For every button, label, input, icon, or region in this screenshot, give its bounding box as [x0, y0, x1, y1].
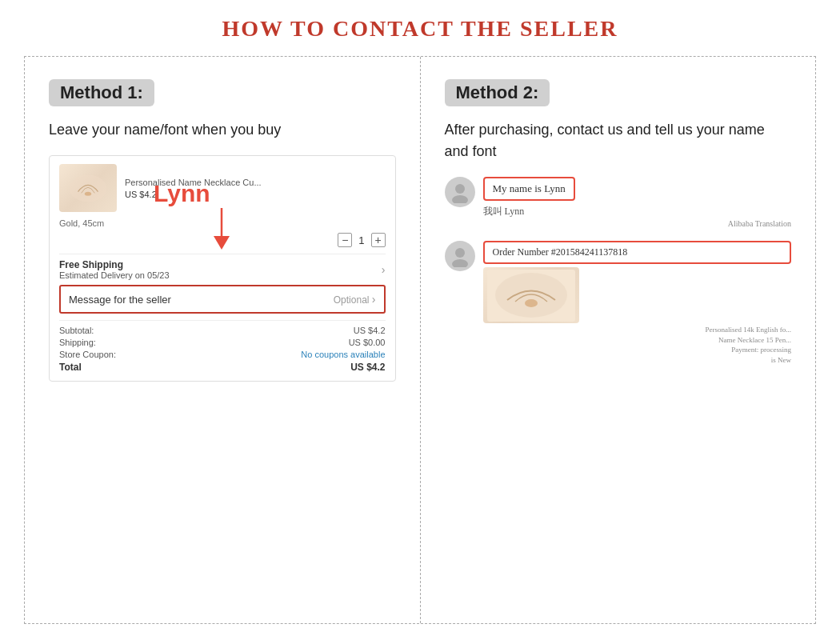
total-value: US $4.2 — [350, 362, 385, 373]
product-row: Personalised Name Necklace Cu... US $4.2 — [59, 164, 386, 212]
order-product-line-2: Name Necklace 15 Pen... — [483, 335, 792, 346]
order-product-line-4: is New — [483, 355, 792, 366]
method1-description: Leave your name/font when you buy — [49, 119, 396, 141]
chat-bubble-row-2: Order Number #201584241137818 Pe — [445, 241, 792, 365]
svg-point-4 — [455, 184, 465, 194]
order-product-image — [487, 270, 575, 322]
qty-number: 1 — [358, 234, 364, 246]
method2-description: After purchasing, contact us and tell us… — [445, 119, 792, 162]
svg-point-7 — [452, 259, 468, 267]
method2-column: Method 2: After purchasing, contact us a… — [421, 57, 816, 623]
subtotals-section: Subtotal: US $4.2 Shipping: US $0.00 Sto… — [59, 320, 386, 373]
svg-point-3 — [85, 191, 91, 195]
alibaba-translation-note: Alibaba Translation — [483, 219, 792, 228]
shipping-arrow-icon[interactable]: › — [382, 263, 386, 276]
method1-column: Method 1: Leave your name/font when you … — [25, 57, 421, 623]
message-label: Message for the seller — [69, 294, 171, 306]
shipping-cost-value: US $0.00 — [349, 338, 386, 347]
svg-point-5 — [452, 195, 468, 203]
chinese-text: 我叫 Lynn — [483, 205, 792, 218]
svg-point-10 — [525, 299, 538, 307]
chat-bubble-row-1: My name is Lynn 我叫 Lynn Alibaba Translat… — [445, 177, 792, 228]
shipping-row: Free Shipping Estimated Delivery on 05/2… — [59, 254, 386, 280]
order-product-line-1: Personalised 14k English fo... — [483, 325, 792, 335]
message-for-seller-box[interactable]: Message for the seller Optional › — [59, 285, 386, 314]
necklace-image — [68, 170, 108, 206]
subtotal-label: Subtotal: — [59, 326, 94, 335]
method2-badge: Method 2: — [445, 79, 550, 106]
delivery-label: Estimated Delivery on 05/23 — [59, 270, 170, 280]
message-arrow-icon: › — [372, 293, 376, 306]
shipping-cost-label: Shipping: — [59, 338, 96, 347]
chat-content-2: Order Number #201584241137818 Pe — [483, 241, 792, 365]
svg-point-9 — [495, 273, 567, 318]
avatar-1 — [445, 177, 475, 207]
optional-text: Optional — [334, 294, 370, 306]
product-thumbnail — [59, 164, 117, 212]
user-avatar-icon — [449, 181, 471, 203]
method1-badge: Method 1: — [49, 79, 154, 106]
page-title: HOW TO CONTACT THE SELLER — [222, 16, 618, 42]
order-product-line-3: Payment: processing — [483, 345, 792, 355]
order-product-details: Personalised 14k English fo... Name Neck… — [483, 325, 792, 365]
qty-minus-button[interactable]: − — [338, 233, 352, 247]
coupon-label: Store Coupon: — [59, 350, 116, 359]
chat-bubble-text-1: My name is Lynn — [483, 177, 575, 201]
user-avatar-2-icon — [449, 245, 471, 267]
shipping-label: Free Shipping — [59, 259, 170, 270]
qty-plus-button[interactable]: + — [371, 233, 386, 247]
svg-point-6 — [455, 248, 465, 258]
method1-mock-ui: Lynn — [49, 155, 396, 382]
chat-container: My name is Lynn 我叫 Lynn Alibaba Translat… — [445, 177, 792, 365]
order-number-bubble: Order Number #201584241137818 — [483, 241, 792, 264]
coupon-value: No coupons available — [301, 350, 385, 359]
avatar-2 — [445, 241, 475, 271]
lynn-label: Lynn — [154, 180, 210, 207]
order-product-thumbnail — [483, 267, 579, 323]
svg-marker-1 — [214, 236, 230, 250]
total-label: Total — [59, 362, 82, 373]
subtotal-value: US $4.2 — [354, 326, 386, 335]
chat-content-1: My name is Lynn 我叫 Lynn Alibaba Translat… — [483, 177, 792, 228]
red-arrow-icon — [210, 208, 234, 252]
svg-point-2 — [70, 174, 107, 201]
